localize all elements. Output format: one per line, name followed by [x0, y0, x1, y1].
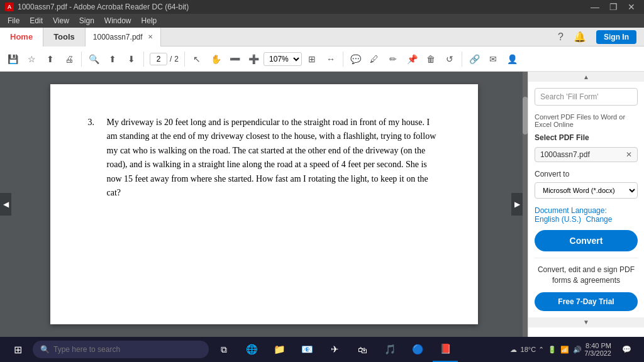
convert-section-title: Convert PDF Files to Word or Excel Onlin… — [535, 113, 638, 128]
search-fill-form[interactable]: Search 'Fill Form' — [535, 88, 638, 106]
taskbar-chrome-button[interactable]: 🔵 — [405, 337, 430, 362]
app-icon: A — [5, 3, 14, 11]
search-icon: 🔍 — [40, 345, 50, 354]
help-icon[interactable]: ? — [558, 31, 564, 43]
search-input[interactable] — [53, 345, 192, 354]
pdf-content: 3. My driveway is 20 feet long and is pe… — [88, 116, 440, 200]
zoom-select[interactable]: 107% 50% 75% 100% 125% 150% — [264, 52, 302, 66]
store-icon: 🛍 — [358, 344, 367, 355]
convert-to-select[interactable]: Microsoft Word (*.docx) Microsoft Excel … — [535, 182, 638, 199]
explorer-icon: 📁 — [274, 344, 286, 355]
page-total: 2 — [174, 55, 179, 63]
taskbar-edge-button[interactable]: 🌐 — [239, 337, 264, 362]
menu-sign[interactable]: Sign — [74, 14, 99, 28]
tab-close-button[interactable]: ✕ — [148, 33, 153, 40]
scroll-right-arrow[interactable]: ▶ — [511, 193, 523, 216]
notification-center-button[interactable]: 💬 — [614, 337, 639, 362]
system-tray[interactable]: ⌃ 🔋 📶 🔊 — [538, 346, 582, 354]
convert-button[interactable]: Convert — [535, 230, 638, 251]
sign-in-button[interactable]: Sign In — [596, 30, 636, 44]
fit-width-button[interactable]: ↔ — [322, 50, 340, 68]
separator-1 — [81, 52, 82, 67]
annotate-button[interactable]: 💬 — [347, 50, 364, 68]
taskview-button[interactable]: ⧉ — [211, 337, 236, 362]
clear-file-button[interactable]: ✕ — [626, 150, 632, 159]
select-cursor-button[interactable]: ↖ — [188, 50, 206, 68]
tab-tools[interactable]: Tools — [43, 28, 86, 47]
taskbar: ⊞ 🔍 ⧉ 🌐 📁 📧 ✈ 🛍 🎵 🔵 📕 ☁ 18°C ⌃ 🔋 📶 🔊 — [0, 337, 644, 362]
taskbar-system-icons: ☁ 18°C — [510, 346, 536, 354]
print-button[interactable]: 🖨 — [60, 50, 78, 68]
temp-value: 18°C — [521, 346, 536, 353]
page-number-input[interactable] — [150, 53, 167, 65]
panel-scroll-up[interactable]: ▲ — [528, 72, 644, 82]
pan-button[interactable]: ✋ — [207, 50, 225, 68]
taskbar-store-button[interactable]: 🛍 — [350, 337, 375, 362]
tab-bar: Home Tools 1000assn7.pdf ✕ ? 🔔 Sign In — [0, 28, 644, 47]
user-button[interactable]: 👤 — [503, 50, 521, 68]
save-button[interactable]: 💾 — [4, 50, 21, 68]
undo-button[interactable]: ↺ — [441, 50, 458, 68]
next-page-button[interactable]: ⬇ — [123, 50, 140, 68]
free-trial-button[interactable]: Free 7-Day Trial — [535, 292, 638, 311]
highlight-button[interactable]: 🖊 — [365, 50, 383, 68]
selected-file-name: 1000assn7.pdf — [540, 150, 626, 159]
menu-window[interactable]: Window — [99, 14, 136, 28]
document-language: Document Language: English (U.S.) Change — [535, 206, 638, 224]
taskbar-time[interactable]: 8:40 PM 7/3/2022 — [584, 342, 611, 357]
date-display: 7/3/2022 — [584, 349, 611, 357]
draw-button[interactable]: ✏ — [384, 50, 402, 68]
toolbar: 💾 ☆ ⬆ 🖨 🔍 ⬆ ⬇ / 2 ↖ ✋ ➖ ➕ 107% 50% 75% 1… — [0, 47, 644, 72]
tab-home[interactable]: Home — [0, 28, 43, 47]
taskbar-explorer-button[interactable]: 📁 — [267, 337, 292, 362]
taskbar-mail-button[interactable]: 📧 — [294, 337, 319, 362]
menu-help[interactable]: Help — [136, 14, 162, 28]
scrollbar-thumb[interactable] — [523, 97, 528, 134]
minimize-button[interactable]: — — [587, 2, 603, 12]
document-language-label: Document Language: — [535, 206, 607, 215]
menu-file[interactable]: File — [3, 14, 25, 28]
tab-document[interactable]: 1000assn7.pdf ✕ — [86, 28, 161, 47]
separator-3 — [184, 52, 185, 67]
fit-page-button[interactable]: ⊞ — [303, 50, 321, 68]
pdf-page: 3. My driveway is 20 feet long and is pe… — [50, 84, 478, 324]
windows-icon: ⊞ — [14, 344, 22, 356]
upload-button[interactable]: ⬆ — [42, 50, 59, 68]
delete-button[interactable]: 🗑 — [422, 50, 440, 68]
maximize-button[interactable]: ❐ — [606, 2, 621, 12]
scroll-left-arrow[interactable]: ◀ — [0, 193, 11, 216]
taskbar-music-button[interactable]: 🎵 — [377, 337, 402, 362]
music-icon: 🎵 — [384, 344, 396, 355]
panel-scroll-down[interactable]: ▼ — [528, 317, 644, 327]
taskbar-acrobat-button[interactable]: 📕 — [433, 337, 458, 362]
taskbar-search[interactable]: 🔍 — [33, 341, 209, 358]
separator-5 — [462, 52, 462, 67]
tab-document-label: 1000assn7.pdf — [93, 33, 143, 41]
email-button[interactable]: ✉ — [484, 50, 502, 68]
pdf-item-text: My driveway is 20 feet long and is perpe… — [107, 116, 440, 200]
zoom-out-button[interactable]: ➖ — [226, 50, 243, 68]
stamp-button[interactable]: 📌 — [403, 50, 421, 68]
volume-icon: 🔊 — [573, 346, 582, 354]
bookmark-button[interactable]: ☆ — [23, 50, 40, 68]
weather-temp: ☁ — [510, 346, 517, 354]
zoom-search-button[interactable]: 🔍 — [85, 50, 103, 68]
previous-page-button[interactable]: ⬆ — [104, 50, 121, 68]
file-selector[interactable]: 1000assn7.pdf ✕ — [535, 147, 638, 162]
change-language-link[interactable]: Change — [586, 215, 612, 224]
right-panel: ▲ Search 'Fill Form' Convert PDF Files t… — [528, 72, 644, 337]
link-button[interactable]: 🔗 — [465, 50, 483, 68]
taskbar-telegram-button[interactable]: ✈ — [322, 337, 347, 362]
zoom-in-button[interactable]: ➕ — [245, 50, 262, 68]
pdf-viewer[interactable]: ◀ 3. My driveway is 20 feet long and is … — [0, 72, 528, 337]
tray-icon: ⌃ — [538, 346, 544, 354]
panel-content: Search 'Fill Form' Convert PDF Files to … — [528, 82, 644, 317]
tab-home-label: Home — [10, 32, 33, 41]
menu-view[interactable]: View — [48, 14, 74, 28]
menu-edit[interactable]: Edit — [25, 14, 48, 28]
time-display: 8:40 PM — [584, 342, 611, 349]
start-button[interactable]: ⊞ — [5, 337, 30, 362]
notifications-icon[interactable]: 🔔 — [574, 31, 586, 43]
vertical-scrollbar[interactable] — [523, 72, 528, 337]
close-button[interactable]: ✕ — [624, 2, 639, 12]
